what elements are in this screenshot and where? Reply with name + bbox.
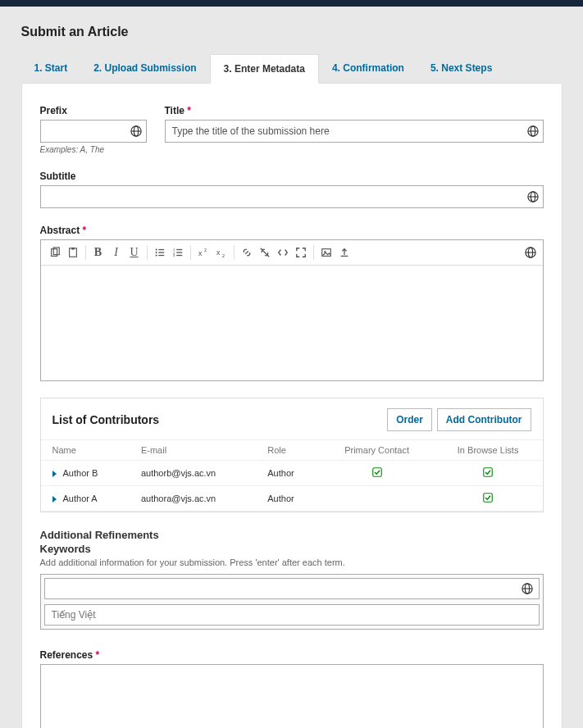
abstract-editor[interactable] [41, 266, 543, 380]
check-icon [372, 467, 382, 477]
italic-button[interactable]: I [107, 243, 125, 262]
page-title: Submit an Article [21, 7, 563, 54]
tab-next-steps[interactable]: 5. Next Steps [417, 54, 505, 83]
metadata-panel: Prefix Examples: A, The Title * Subtitle [21, 84, 563, 728]
col-browse: In Browse Lists [434, 440, 543, 461]
svg-point-8 [155, 248, 157, 250]
expand-caret-icon[interactable] [52, 496, 57, 503]
title-input[interactable] [165, 120, 544, 143]
add-contributor-button[interactable]: Add Contributor [437, 408, 531, 431]
subtitle-input[interactable] [40, 185, 544, 208]
svg-rect-7 [71, 248, 75, 250]
link-icon[interactable] [238, 243, 256, 262]
bullet-list-icon[interactable] [151, 243, 169, 262]
submission-tabs: 1. Start 2. Upload Submission 3. Enter M… [21, 54, 563, 84]
number-list-icon[interactable]: 123 [169, 243, 187, 262]
code-icon[interactable] [274, 243, 292, 262]
subscript-icon[interactable]: x2 [212, 243, 230, 262]
prefix-hint: Examples: A, The [40, 145, 147, 154]
globe-icon [522, 583, 533, 594]
tab-start[interactable]: 1. Start [21, 54, 81, 83]
upload-icon[interactable] [335, 243, 353, 262]
subtitle-label: Subtitle [40, 171, 544, 182]
keywords-label: Keywords [40, 543, 544, 555]
keywords-hint: Add additional information for your subm… [40, 557, 544, 567]
svg-text:2: 2 [203, 248, 206, 253]
check-icon [483, 467, 493, 477]
order-button[interactable]: Order [387, 408, 432, 431]
globe-icon [527, 125, 539, 137]
tab-upload[interactable]: 2. Upload Submission [80, 54, 209, 83]
prefix-label: Prefix [40, 105, 147, 116]
col-primary: Primary Contact [320, 440, 433, 461]
globe-icon [130, 125, 142, 137]
table-row[interactable]: Author B authorb@vjs.ac.vn Author [41, 461, 543, 486]
svg-text:x: x [216, 248, 220, 257]
globe-icon [525, 247, 536, 258]
svg-point-10 [155, 254, 157, 256]
references-label: References * [40, 649, 544, 661]
refinements-title: Additional Refinements [40, 529, 544, 541]
abstract-label: Abstract * [40, 225, 544, 236]
keywords-input[interactable] [44, 578, 540, 599]
contributors-title: List of Contributors [52, 413, 160, 426]
col-name: Name [41, 440, 130, 461]
expand-caret-icon[interactable] [52, 471, 57, 477]
col-role: Role [256, 440, 320, 461]
col-email: E-mail [130, 440, 256, 461]
paste-icon[interactable] [64, 243, 82, 262]
title-label: Title * [165, 105, 544, 116]
editor-toolbar: B I U 123 x2 x2 [41, 240, 543, 266]
table-row[interactable]: Author A authora@vjs.ac.vn Author [41, 486, 543, 512]
fullscreen-icon[interactable] [292, 243, 310, 262]
svg-text:x: x [198, 249, 202, 257]
keywords-input-alt-lang[interactable] [44, 604, 540, 626]
tab-metadata[interactable]: 3. Enter Metadata [210, 54, 319, 84]
bold-button[interactable]: B [89, 243, 107, 262]
svg-text:2: 2 [221, 253, 224, 258]
superscript-icon[interactable]: x2 [194, 243, 212, 262]
copy-icon[interactable] [46, 243, 64, 262]
image-icon[interactable] [317, 243, 335, 262]
contributors-table: Name E-mail Role Primary Contact In Brow… [41, 439, 543, 512]
globe-icon [527, 191, 539, 202]
contributors-section: List of Contributors Order Add Contribut… [40, 398, 544, 512]
references-textarea[interactable] [40, 664, 544, 728]
check-icon [483, 493, 493, 503]
svg-point-9 [155, 252, 157, 253]
underline-button[interactable]: U [125, 243, 143, 262]
svg-text:3: 3 [172, 253, 175, 257]
tab-confirmation[interactable]: 4. Confirmation [319, 54, 417, 83]
unlink-icon[interactable] [256, 243, 274, 262]
